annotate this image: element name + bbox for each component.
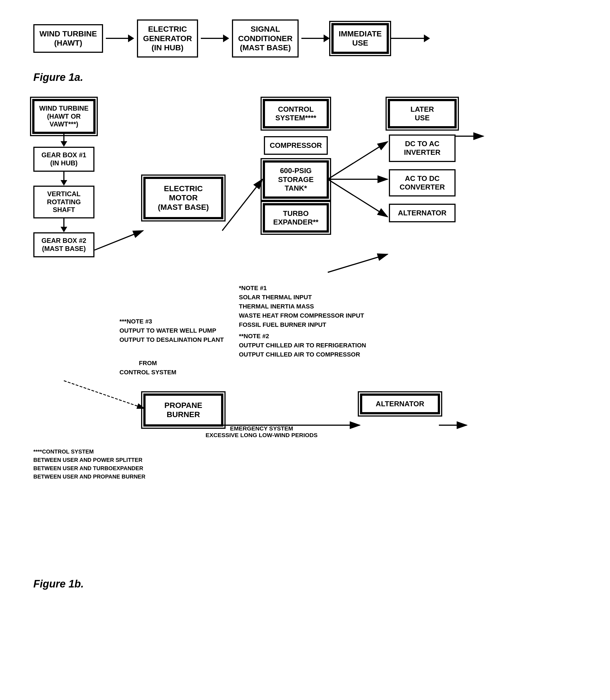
svg-line-2 <box>222 179 262 230</box>
wt-line2: (HAWT OR <box>47 113 81 120</box>
wind-turbine-1a-line2: (HAWT) <box>54 38 82 47</box>
vrs-line3: SHAFT <box>53 206 75 213</box>
note4-line2: BETWEEN USER AND TURBOEXPANDER <box>33 464 145 473</box>
vrs-line1: VERTICAL <box>47 190 81 197</box>
note1-line3: WASTE HEAT FROM COMPRESSOR INPUT <box>239 311 366 320</box>
gear-box-1-block: GEAR BOX #1 (IN HUB) <box>33 147 94 172</box>
adc-line2: CONVERTER <box>399 183 445 191</box>
electric-gen-line1: ELECTRIC <box>148 25 187 33</box>
wt-line1: WIND TURBINE <box>39 105 88 112</box>
from-control-label: FROMCONTROL SYSTEM <box>119 359 176 377</box>
figure-1a-label: Figure 1a. <box>33 71 593 83</box>
note4-line1: BETWEEN USER AND POWER SPLITTER <box>33 456 145 464</box>
immediate-use-line2: USE <box>352 38 368 47</box>
figure-1b-label: Figure 1b. <box>33 578 593 590</box>
arrow-vrs-gb2 <box>61 227 67 232</box>
arrow-1a-3 <box>301 34 330 42</box>
note1-line2: THERMAL INERTIA MASS <box>239 302 366 311</box>
vrs-line2: ROTATING <box>47 198 81 206</box>
note1-label: *NOTE #1 <box>239 284 366 292</box>
dci-line2: INVERTER <box>404 148 440 157</box>
note2-line1: OUTPUT CHILLED AIR TO REFRIGERATION <box>239 341 366 350</box>
em-line3: (MAST BASE) <box>158 203 209 211</box>
lu-line1: LATER <box>411 105 434 113</box>
left-column: WIND TURBINE (HAWT OR VAWT***) GEAR BOX … <box>33 100 94 257</box>
svg-line-3 <box>328 142 387 179</box>
electric-gen-1a-block: ELECTRIC GENERATOR (IN HUB) <box>137 19 198 58</box>
note2-label: **NOTE #2 <box>239 332 366 341</box>
alt-top-label: ALTERNATOR <box>398 209 447 217</box>
arrow-gb1-vrs <box>61 180 67 186</box>
te-line1: TURBO <box>283 209 309 218</box>
turbo-expander-block: TURBO EXPANDER** <box>264 204 328 232</box>
note2-line2: OUTPUT CHILLED AIR TO COMPRESSOR <box>239 350 366 359</box>
immediate-use-line1: IMMEDIATE <box>339 30 382 38</box>
ac-dc-converter-block: AC TO DC CONVERTER <box>389 169 455 196</box>
svg-line-1 <box>94 230 143 250</box>
wind-turbine-1b-block: WIND TURBINE (HAWT OR VAWT***) <box>33 100 94 133</box>
gear-box-2-block: GEAR BOX #2 (MAST BASE) <box>33 232 94 257</box>
note3-section: ***NOTE #3 OUTPUT TO WATER WELL PUMP OUT… <box>119 317 224 344</box>
signal-cond-1a-block: SIGNAL CONDITIONER (MAST BASE) <box>232 19 299 58</box>
electric-gen-line2: GENERATOR <box>143 34 192 43</box>
te-line2: EXPANDER** <box>273 218 319 226</box>
svg-line-6 <box>328 254 387 272</box>
em-line1: ELECTRIC <box>164 184 203 193</box>
electric-gen-line3: (IN HUB) <box>151 43 183 52</box>
right-column: LATER USE DC TO AC INVERTER AC TO DC CON… <box>389 100 455 222</box>
figure-1a-diagram: WIND TURBINE (HAWT) ELECTRIC GENERATOR (… <box>33 19 593 58</box>
alternator-bottom-block: ALTERNATOR <box>361 395 439 413</box>
note4-label: ****CONTROL SYSTEM <box>33 447 145 456</box>
cs-line2: SYSTEM**** <box>275 114 316 122</box>
control-system-block: CONTROL SYSTEM**** <box>264 100 328 127</box>
alt-bot-label: ALTERNATOR <box>376 400 424 408</box>
gb2-line1: GEAR BOX #2 <box>42 237 86 244</box>
arrow-1a-1 <box>106 34 134 42</box>
st-line3: TANK* <box>285 184 307 192</box>
note4-line3: BETWEEN USER AND PROPANE BURNER <box>33 473 145 481</box>
gb1-line2: (IN HUB) <box>50 159 78 167</box>
pb-line2: BURNER <box>167 410 200 419</box>
dc-ac-inverter-block: DC TO AC INVERTER <box>389 134 455 162</box>
figure-1b-diagram: WIND TURBINE (HAWT OR VAWT***) GEAR BOX … <box>33 100 589 545</box>
arrow-1a-4 <box>390 34 430 42</box>
note1-line1: SOLAR THERMAL INPUT <box>239 292 366 302</box>
gb1-line1: GEAR BOX #1 <box>42 151 86 159</box>
storage-tank-block: 600-PSIG STORAGE TANK* <box>264 161 328 197</box>
dci-line1: DC TO AC <box>405 140 439 148</box>
mid-column: CONTROL SYSTEM**** COMPRESSOR 600-PSIG S… <box>264 100 328 232</box>
em-line2: MOTOR <box>169 193 198 202</box>
note3-line2: OUTPUT TO DESALINATION PLANT <box>119 335 224 344</box>
propane-burner-block: PROPANE BURNER <box>144 395 222 426</box>
svg-line-5 <box>328 179 387 217</box>
st-line1: 600-PSIG <box>280 166 312 175</box>
note1-line4: FOSSIL FUEL BURNER INPUT <box>239 320 366 329</box>
svg-line-10 <box>64 381 144 409</box>
lu-line2: USE <box>415 114 430 122</box>
compressor-label: COMPRESSOR <box>270 141 322 149</box>
note1-section: *NOTE #1 SOLAR THERMAL INPUT THERMAL INE… <box>239 284 366 359</box>
note3-line1: OUTPUT TO WATER WELL PUMP <box>119 326 224 335</box>
emergency-label: EMERGENCY SYSTEMEXCESSIVE LONG LOW-WIND … <box>206 425 318 439</box>
arrow-1a-2 <box>201 34 229 42</box>
adc-line1: AC TO DC <box>405 174 439 182</box>
compressor-block: COMPRESSOR <box>264 136 328 155</box>
signal-cond-line1: SIGNAL <box>251 25 280 33</box>
signal-cond-line2: CONDITIONER <box>238 34 292 43</box>
note4-section: ****CONTROL SYSTEM BETWEEN USER AND POWE… <box>33 447 145 481</box>
gb2-line2: (MAST BASE) <box>42 245 85 252</box>
electric-motor-block: ELECTRIC MOTOR (MAST BASE) <box>144 178 222 218</box>
pb-line1: PROPANE <box>164 401 202 410</box>
later-use-block: LATER USE <box>389 100 455 127</box>
st-line2: STORAGE <box>278 175 314 184</box>
signal-cond-line3: (MAST BASE) <box>240 43 291 52</box>
wind-turbine-1a-block: WIND TURBINE (HAWT) <box>33 24 103 53</box>
cs-line1: CONTROL <box>278 105 314 113</box>
wt-line3: VAWT***) <box>49 120 78 128</box>
arrow-wt-gb1 <box>61 141 67 147</box>
wind-turbine-1a-line1: WIND TURBINE <box>39 30 97 38</box>
vert-rot-shaft-block: VERTICAL ROTATING SHAFT <box>33 186 94 219</box>
note3-label: ***NOTE #3 <box>119 317 224 326</box>
alternator-top-block: ALTERNATOR <box>389 204 455 222</box>
immediate-use-1a-block: IMMEDIATE USE <box>333 24 388 53</box>
